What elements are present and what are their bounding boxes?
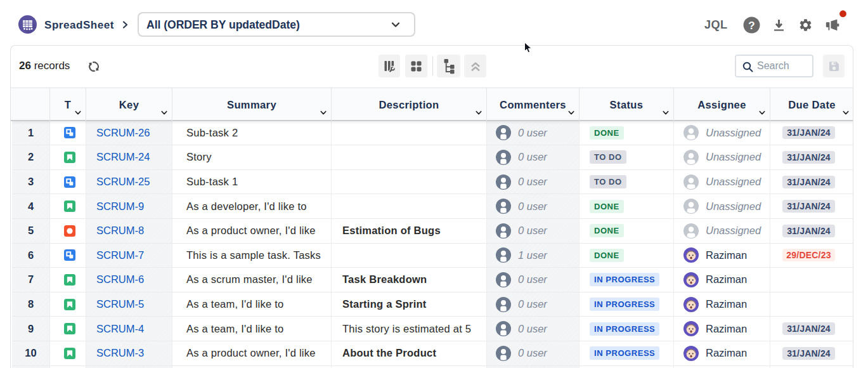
- svg-text:?: ?: [748, 20, 755, 32]
